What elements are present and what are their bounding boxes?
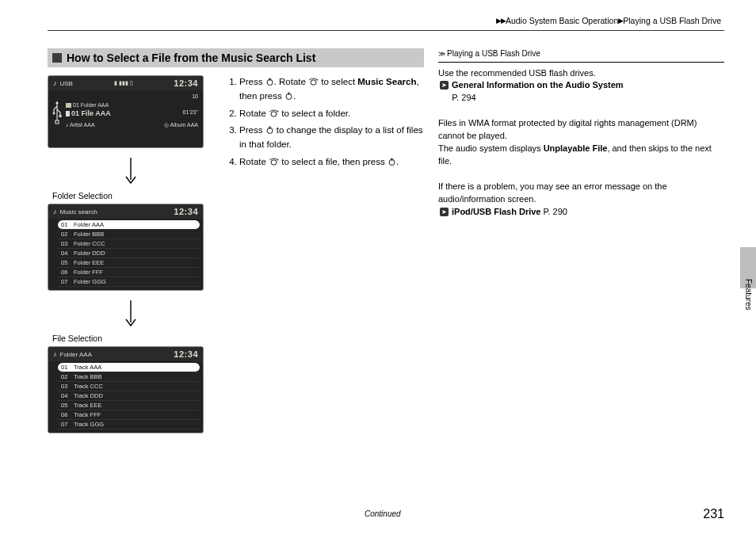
list-row: 02Folder BBB [58,230,200,239]
note-text: The audio system displays Unplayable Fil… [438,143,724,168]
push-knob-icon [265,76,274,85]
folder-icon [66,103,71,108]
list-row: 02Track BBB [58,372,200,382]
continued-label: Continued [365,509,401,518]
square-bullet-icon [52,53,62,63]
svg-point-3 [311,80,316,85]
rotate-knob-icon [308,78,319,86]
folder-list: 01Folder AAA02Folder BBB03Folder CCC04Fo… [48,219,203,290]
screen-title: Folder AAA [60,351,92,358]
source-label: USB [60,80,73,87]
section-title-text: How to Select a File from the Music Sear… [67,51,315,64]
step-1: Press . Rotate to select Music Search, t… [239,75,424,104]
list-row: 05Track EEE [58,401,200,410]
page-ref: P. 294 [452,93,475,102]
link-icon: ➤ [440,208,449,216]
note-text: If there is a problem, you may see an er… [438,181,724,206]
svg-point-5 [271,111,277,116]
file-list: 01Track AAA02Track BBB03Track CCC04Track… [48,361,203,433]
push-knob-icon [265,124,274,133]
list-row: 01Folder AAA [58,220,200,230]
list-row: 07Folder GGG [58,277,200,287]
push-knob-icon [388,156,396,165]
file-icon [66,111,70,116]
side-notes: ≫Playing a USB Flash Drive Use the recom… [438,48,724,438]
music-note-icon: ♪ [53,350,57,358]
screenshot-folder-list: ♪Music search 12:34 01Folder AAA02Folder… [48,204,204,291]
duration: 01'23" [183,109,198,117]
clock-display: 12:34 [174,207,198,216]
chapter-tab-label: Features [744,279,753,310]
music-note-icon: ♪ [53,79,57,87]
screen-title: Music search [60,208,97,216]
screenshot-usb-playback: ♪USB ▮ ▮▮▮ ▯ 12:34 10 01 Folder AAA 01 F… [48,75,204,148]
folder-name: 01 Folder AAA [73,102,109,108]
clock-display: 12:34 [174,78,198,88]
manual-page: ▶▶Audio System Basic Operation▶Playing a… [0,0,756,534]
link-icon: ➤ [440,81,449,90]
screenshot-file-list: ♪Folder AAA 12:34 01Track AAA02Track BBB… [48,346,204,433]
step-3: Press to change the display to a list of… [239,124,424,152]
push-knob-icon [284,90,293,99]
arrow-down-icon [48,153,214,189]
clock-display: 12:34 [174,349,198,359]
list-row: 03Track CCC [58,382,200,391]
triangle-icon: ▶▶ [496,17,506,25]
note-text: Files in WMA format protected by digital… [438,117,724,143]
rotate-knob-icon [269,158,279,166]
list-row: 07Track GGG [58,420,200,429]
svg-rect-1 [59,115,62,117]
usb-icon [52,101,62,125]
svg-point-0 [53,113,55,115]
double-triangle-icon: ≫ [438,49,444,59]
folder-selection-caption: Folder Selection [52,191,214,200]
step-4: Rotate to select a file, then press . [239,155,424,170]
file-name: 01 File AAA [71,109,111,117]
breadcrumb-seg2: Playing a USB Flash Drive [623,16,721,25]
breadcrumb: ▶▶Audio System Basic Operation▶Playing a… [48,16,724,31]
list-row: 06Folder FFF [58,268,200,277]
file-selection-caption: File Selection [52,334,214,343]
music-note-icon: ♪ [53,208,57,216]
list-row: 03Folder CCC [58,239,200,249]
page-ref: P. 290 [544,207,567,216]
list-row: 06Track FFF [58,410,200,420]
cross-reference: ➤iPod/USB Flash Drive P. 290 [440,206,724,219]
artist-name: Artist AAA [70,122,95,128]
arrow-down-icon [48,296,214,332]
album-name: Album AAA [170,122,198,128]
cross-reference: ➤General Information on the Audio System… [440,79,724,105]
breadcrumb-seg1: Audio System Basic Operation [506,16,618,25]
rotate-knob-icon [269,109,279,117]
list-row: 01Track AAA [58,363,200,372]
list-row: 05Folder EEE [58,258,200,268]
side-note-heading: ≫Playing a USB Flash Drive [438,48,724,63]
step-2: Rotate to select a folder. [239,107,424,121]
list-row: 04Folder DDD [58,249,200,258]
svg-point-7 [271,160,277,165]
list-row: 04Track DDD [58,391,200,401]
section-title: How to Select a File from the Music Sear… [48,48,424,67]
note-text: Use the recommended USB flash drives. [438,67,724,80]
instructions: Press . Rotate to select Music Search, t… [214,75,424,438]
page-number: 231 [703,507,724,521]
track-number: 10 [192,93,198,99]
